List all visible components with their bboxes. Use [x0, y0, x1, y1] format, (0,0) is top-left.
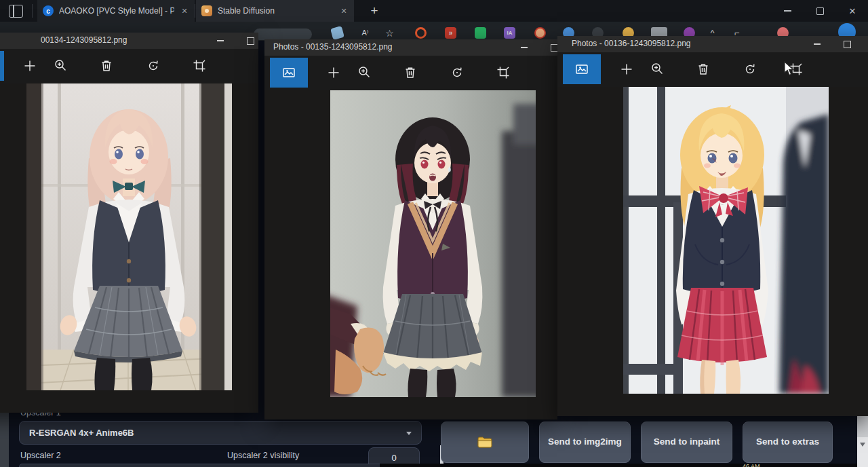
tab-close-icon[interactable]: ✕ — [339, 7, 349, 16]
stable-diffusion-favicon — [201, 5, 212, 16]
tab-title: AOAOKO [PVC Style Model] - PV — [59, 6, 174, 16]
see-all-photos-button[interactable] — [270, 58, 308, 88]
crop-button[interactable] — [491, 60, 515, 85]
photos-window-00134: 00134-1243095812.png — [0, 33, 258, 413]
extension-icon[interactable]: » — [445, 27, 456, 39]
chevron-down-icon — [406, 432, 412, 435]
window-title: Photos - 00136-1243095812.png — [572, 39, 690, 48]
maximize-button[interactable] — [547, 39, 557, 56]
tab-close-icon[interactable]: ✕ — [180, 7, 189, 16]
photos-window-00135: Photos - 00135-1243095812.png — [264, 39, 557, 419]
title-bar[interactable]: 00134-1243095812.png — [0, 33, 258, 49]
extension-icon[interactable]: IA — [504, 27, 515, 39]
send-to-extras-button[interactable]: Send to extras — [743, 422, 833, 463]
add-button[interactable] — [321, 60, 346, 85]
scroll-down-icon[interactable] — [860, 443, 865, 447]
address-bar[interactable] — [254, 29, 312, 40]
tab-title: Stable Diffusion — [218, 6, 334, 16]
page-scrollbar[interactable] — [857, 411, 868, 467]
photo-image-00134 — [26, 83, 232, 390]
zoom-in-button[interactable] — [49, 54, 73, 78]
tab-separator — [195, 4, 195, 18]
photos-toolbar — [0, 49, 258, 83]
photo-gallery-icon — [281, 65, 296, 80]
folder-icon — [477, 436, 492, 449]
photos-toolbar — [264, 56, 557, 90]
title-bar[interactable]: Photos - 00136-1243095812.png — [557, 36, 868, 52]
send-to-inpaint-button[interactable]: Send to inpaint — [641, 422, 732, 463]
add-button[interactable] — [18, 54, 42, 78]
see-all-photos-button[interactable] — [0, 51, 4, 81]
window-title: Photos - 00135-1243095812.png — [273, 42, 392, 52]
read-aloud-icon[interactable]: A⁾ — [359, 27, 371, 39]
crop-button[interactable] — [187, 54, 212, 78]
rotate-button[interactable] — [738, 57, 762, 81]
maximize-button[interactable] — [243, 33, 258, 49]
maximize-button[interactable] — [840, 36, 854, 52]
tab-stable-diffusion[interactable]: Stable Diffusion ✕ — [196, 0, 354, 22]
delete-button[interactable] — [398, 60, 422, 85]
civitai-favicon: c — [43, 5, 54, 16]
see-all-photos-button[interactable] — [563, 54, 601, 84]
browser-tab-bar: c AOAOKO [PVC Style Model] - PV ✕ Stable… — [0, 0, 868, 22]
window-title: 00134-1243095812.png — [41, 35, 127, 45]
minimize-button[interactable] — [213, 33, 228, 49]
clock-fragment: 46 AM — [743, 464, 760, 467]
browser-restore-button[interactable] — [808, 0, 831, 22]
browser-close-button[interactable]: ✕ — [841, 0, 864, 22]
photos-toolbar — [557, 52, 868, 87]
photo-image-00136 — [623, 87, 829, 394]
title-bar[interactable]: Photos - 00135-1243095812.png — [264, 39, 557, 56]
extension-icon[interactable] — [415, 27, 427, 39]
tab-separator — [32, 4, 33, 18]
delete-button[interactable] — [691, 57, 715, 81]
minimize-button[interactable] — [810, 36, 825, 52]
extension-icon[interactable] — [475, 27, 486, 39]
delete-button[interactable] — [94, 54, 119, 78]
upscaler1-value: R-ESRGAN 4x+ Anime6B — [20, 422, 421, 444]
minimize-button[interactable] — [517, 39, 532, 56]
panel-toggle-icon[interactable] — [9, 5, 23, 18]
open-folder-button[interactable] — [441, 422, 529, 463]
new-tab-button[interactable]: + — [366, 3, 382, 19]
taskbar-edge: 46 AM — [380, 464, 857, 467]
photo-gallery-icon — [574, 62, 589, 77]
zoom-in-button[interactable] — [646, 57, 670, 81]
mouse-cursor — [784, 61, 795, 79]
photos-window-00136: Photos - 00136-1243095812.png — [557, 36, 868, 416]
upscaler2-label: Upscaler 2 — [20, 451, 61, 460]
add-button[interactable] — [614, 57, 639, 81]
desktop: c AOAOKO [PVC Style Model] - PV ✕ Stable… — [0, 0, 868, 467]
rotate-button[interactable] — [445, 60, 469, 85]
zoom-in-button[interactable] — [353, 60, 377, 85]
photo-image-00135 — [330, 90, 536, 397]
star-icon[interactable]: ☆ — [384, 27, 395, 39]
rotate-button[interactable] — [141, 54, 165, 78]
upscaler1-dropdown[interactable]: R-ESRGAN 4x+ Anime6B — [19, 421, 422, 445]
upscaler2-visibility-label: Upscaler 2 visibility — [227, 451, 299, 460]
browser-minimize-button[interactable] — [776, 0, 799, 22]
tab-civitai[interactable]: c AOAOKO [PVC Style Model] - PV ✕ — [37, 0, 195, 22]
upscaler2-dropdown[interactable] — [19, 464, 393, 467]
extension-icon[interactable] — [534, 27, 546, 39]
send-to-img2img-button[interactable]: Send to img2img — [539, 422, 631, 463]
